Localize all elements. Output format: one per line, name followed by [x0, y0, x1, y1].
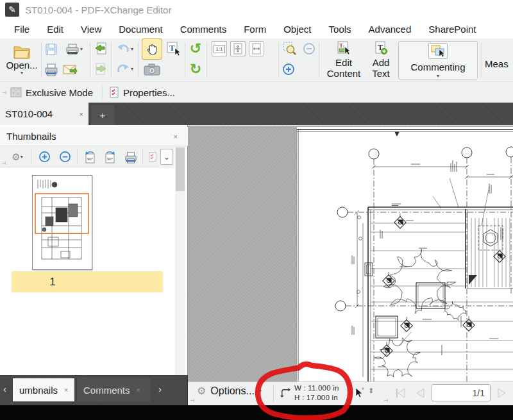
thumbnail-selected-row[interactable]: 1	[12, 271, 163, 292]
commenting-icon	[428, 43, 448, 59]
document-tab-title: ST010-004	[5, 108, 77, 119]
add-text-label: Add Text	[367, 57, 395, 80]
thumbnails-options-caret-icon: ▾	[21, 155, 23, 160]
first-page-button[interactable]	[393, 387, 408, 399]
previous-page-button[interactable]	[412, 387, 428, 399]
email-icon	[63, 63, 80, 77]
menu-object[interactable]: Object	[283, 24, 311, 35]
menu-advanced[interactable]: Advanced	[369, 24, 412, 35]
rotate-cw-icon: ↻	[190, 62, 201, 76]
thumbnails-more-button[interactable]: ⌄	[160, 149, 173, 165]
hand-tool-button[interactable]	[142, 38, 162, 60]
tab-comments-close-icon[interactable]: ×	[137, 387, 140, 394]
snapshot-button[interactable]	[142, 62, 162, 78]
new-tab-plus-icon: +	[100, 110, 106, 121]
tab-thumbnails-close-icon[interactable]: ×	[64, 387, 68, 394]
open-button[interactable]: Open... ▾	[4, 40, 40, 80]
pdf-page[interactable]	[296, 127, 513, 382]
thumbnail-item-page-1[interactable]: 1	[12, 170, 163, 293]
export-document-button[interactable]	[92, 62, 109, 78]
zoom-marquee-icon	[282, 41, 298, 56]
menu-form[interactable]: Form	[244, 24, 266, 35]
redo-button[interactable]: ▾	[114, 62, 135, 77]
document-tab-close-icon[interactable]: ×	[80, 110, 83, 118]
document-import-icon	[93, 42, 108, 57]
rotate-page-ccw-icon: 90°	[83, 150, 97, 164]
zoom-out-button[interactable]	[301, 41, 317, 56]
gear-icon: ⚙	[197, 386, 206, 396]
print-button[interactable]	[44, 62, 59, 78]
properties-icon	[109, 87, 119, 98]
printer-icon	[44, 62, 59, 78]
menu-view[interactable]: View	[81, 24, 101, 35]
fit-width-icon	[251, 43, 262, 55]
thumbnails-properties-button[interactable]	[146, 149, 160, 165]
exclusive-mode-label: Exclusive Mode	[26, 87, 93, 98]
page-navigation: 1/1	[393, 384, 510, 401]
select-text-button[interactable]: T	[165, 40, 183, 58]
thumbnail-page-image[interactable]	[32, 175, 92, 270]
properties-button[interactable]: Properties...	[109, 87, 175, 98]
print-setup-icon	[65, 42, 80, 56]
email-button[interactable]	[62, 62, 80, 78]
thumbnails-toolbar: ⊣ ⚙ ▾ 90° 90°	[0, 146, 174, 167]
rotate-page-ccw-button[interactable]: 90°	[81, 149, 99, 165]
edit-content-icon: Tt	[336, 40, 351, 56]
document-tab-active[interactable]: ST010-004 ×	[0, 103, 88, 125]
thumbnails-zoom-in-button[interactable]	[36, 149, 53, 165]
actual-size-button[interactable]: 1:1	[212, 41, 227, 56]
menu-comments[interactable]: Comments	[180, 24, 227, 35]
commenting-button[interactable]: Commenting ▾	[398, 41, 478, 80]
thumbnails-panel-close-icon[interactable]: ×	[174, 133, 178, 140]
thumbnails-scrollbar[interactable]	[175, 146, 185, 378]
thumbnails-zoom-out-button[interactable]	[56, 149, 73, 165]
dock-grip: ⊣	[190, 398, 194, 403]
zoom-in-button[interactable]	[281, 62, 296, 77]
commenting-label: Commenting	[410, 62, 465, 72]
import-document-button[interactable]	[92, 41, 109, 58]
thumbnails-scrollbar-thumb[interactable]	[176, 147, 185, 191]
status-options-button[interactable]: ⚙ Options... ▾	[197, 385, 262, 397]
edit-content-button[interactable]: Tt Edit Content	[324, 38, 364, 81]
measuring-button[interactable]: Meas	[485, 56, 513, 72]
rotate-cw-button[interactable]: ↻	[187, 60, 205, 78]
save-button[interactable]	[44, 42, 59, 57]
commenting-caret-icon: ▾	[437, 74, 439, 79]
status-bar: ⊣ ⚙ Options... ▾ W : 11.000 in H : 17.00…	[188, 382, 513, 405]
next-page-button[interactable]	[494, 387, 510, 399]
new-tab-button[interactable]: +	[91, 105, 114, 125]
tab-thumbnails[interactable]: umbnails ×	[13, 378, 74, 401]
fit-width-button[interactable]	[249, 41, 264, 56]
zoom-out-icon	[59, 151, 71, 163]
page-number-input[interactable]: 1/1	[432, 384, 491, 401]
fit-page-button[interactable]	[230, 41, 246, 56]
menu-tools[interactable]: Tools	[329, 24, 351, 35]
tab-comments[interactable]: Comments ×	[76, 378, 151, 401]
page-size-indicator[interactable]: W : 11.000 in H : 17.000 in	[280, 383, 339, 403]
edit-content-label: Edit Content	[324, 57, 364, 80]
page-height-value: H : 17.000 in	[294, 393, 339, 403]
exclusive-mode-button[interactable]: Exclusive Mode	[10, 87, 93, 98]
rotate-ccw-icon: ↺	[190, 42, 201, 56]
thumbnails-panel: Thumbnails × ⊣ ⚙ ▾ 90° 90°	[0, 125, 188, 405]
undo-button[interactable]: ▾	[114, 42, 135, 57]
thumbnails-options-button[interactable]: ⚙ ▾	[6, 149, 28, 165]
svg-text:90°: 90°	[107, 157, 114, 161]
zoom-marquee-button[interactable]	[281, 40, 299, 58]
bottom-strip	[0, 405, 513, 420]
thumbnails-panel-title: Thumbnails	[6, 131, 174, 142]
document-canvas[interactable]	[188, 125, 513, 382]
open-caret-icon: ▾	[21, 71, 23, 76]
print-setup-button[interactable]: ▾	[62, 42, 85, 57]
rotate-page-size-icon	[280, 387, 290, 398]
rotate-page-cw-button[interactable]: 90°	[101, 149, 119, 165]
tabs-scroll-right-icon[interactable]: ›	[158, 384, 162, 394]
tabs-scroll-left-icon[interactable]: ‹	[3, 384, 6, 394]
add-text-button[interactable]: T Add Text	[367, 38, 395, 81]
thumbnails-print-button[interactable]	[122, 149, 140, 165]
menu-sharepoint[interactable]: SharePoint	[428, 24, 476, 35]
menu-edit[interactable]: Edit	[47, 24, 63, 35]
rotate-ccw-button[interactable]: ↺	[187, 40, 205, 58]
menu-document[interactable]: Document	[119, 24, 162, 35]
menu-file[interactable]: File	[14, 24, 29, 35]
